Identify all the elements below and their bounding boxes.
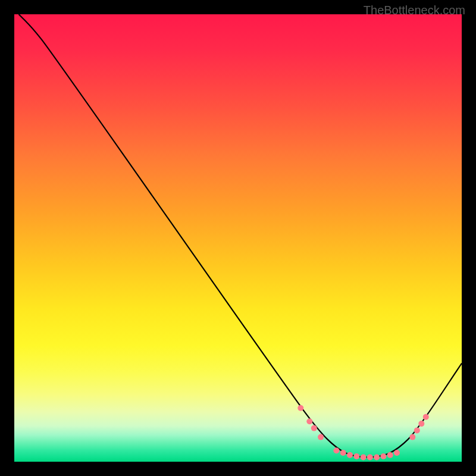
data-marker	[387, 452, 393, 458]
data-marker	[311, 425, 317, 431]
data-markers	[298, 405, 429, 461]
attribution-text: TheBottleneck.com	[364, 4, 465, 17]
data-marker	[374, 455, 380, 461]
data-marker	[423, 414, 429, 420]
data-marker	[361, 455, 367, 461]
data-marker	[306, 418, 312, 424]
data-marker	[340, 450, 346, 456]
bottleneck-curve	[19, 14, 462, 458]
chart-plot-area	[14, 14, 462, 462]
data-marker	[409, 434, 415, 440]
data-marker	[367, 455, 373, 461]
data-marker	[353, 453, 359, 459]
data-marker	[380, 453, 386, 459]
chart-svg	[14, 14, 462, 462]
data-marker	[318, 434, 324, 440]
data-marker	[414, 427, 420, 433]
data-marker	[418, 421, 424, 427]
data-marker	[298, 405, 303, 411]
data-marker	[333, 447, 339, 453]
data-marker	[347, 452, 353, 458]
data-marker	[394, 450, 400, 456]
